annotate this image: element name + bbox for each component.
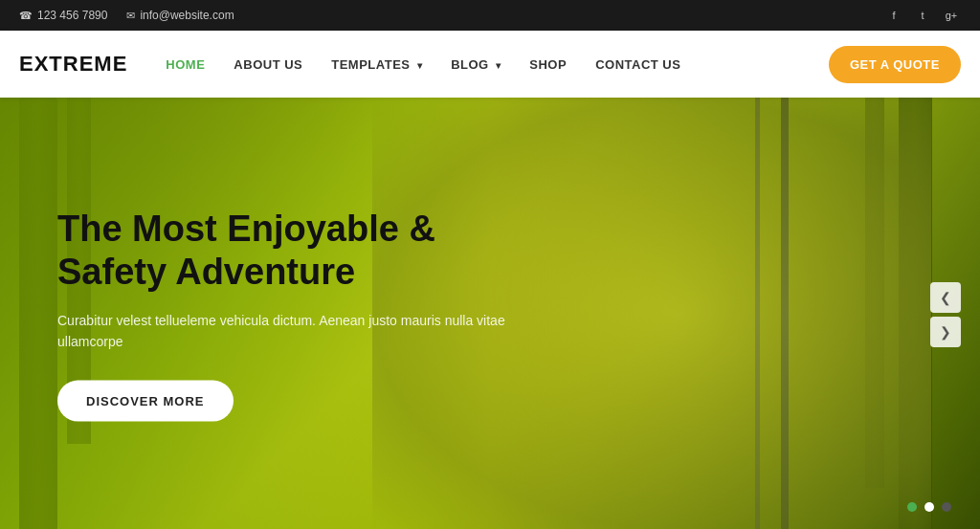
top-bar: ☎ 123 456 7890 ✉ info@website.com f t g+	[0, 0, 980, 31]
nav-links: HOME ABOUT US TEMPLATES ▾ BLOG ▾ SHOP CO…	[166, 57, 829, 72]
nav-templates[interactable]: TEMPLATES ▾	[331, 57, 422, 72]
slide-dot-2[interactable]	[924, 502, 934, 512]
hero-section: The Most Enjoyable & Safety Adventure Cu…	[0, 98, 980, 529]
site-logo[interactable]: EXTREME	[19, 52, 127, 77]
email-icon: ✉	[126, 10, 135, 22]
nav-shop[interactable]: SHOP	[529, 57, 567, 72]
slider-arrows: ❮ ❯	[930, 282, 961, 347]
next-chevron-icon: ❯	[940, 324, 951, 340]
twitter-icon[interactable]: t	[913, 6, 932, 25]
phone-number: 123 456 7890	[37, 9, 107, 22]
navbar: EXTREME HOME ABOUT US TEMPLATES ▾ BLOG ▾…	[0, 31, 980, 98]
phone-contact: ☎ 123 456 7890	[19, 9, 107, 22]
discover-more-button[interactable]: DISCOVER MORE	[57, 381, 234, 422]
nav-blog[interactable]: BLOG ▾	[451, 57, 501, 72]
top-bar-contacts: ☎ 123 456 7890 ✉ info@website.com	[19, 9, 234, 22]
get-quote-button[interactable]: GET A QUOTE	[829, 46, 961, 83]
facebook-icon[interactable]: f	[884, 6, 903, 25]
templates-chevron: ▾	[417, 60, 423, 71]
phone-icon: ☎	[19, 10, 33, 22]
hero-subtitle: Curabitur velest tellueleme vehicula dic…	[57, 309, 517, 352]
hero-title: The Most Enjoyable & Safety Adventure	[57, 207, 517, 294]
slider-dots	[907, 502, 951, 512]
prev-chevron-icon: ❮	[940, 290, 951, 305]
email-address: info@website.com	[140, 9, 234, 22]
slide-dot-1[interactable]	[907, 502, 917, 512]
hero-title-highlight: Adventure	[175, 252, 355, 292]
slider-prev-button[interactable]: ❮	[930, 282, 961, 313]
googleplus-icon[interactable]: g+	[942, 6, 961, 25]
hero-title-line2: Safety	[57, 252, 175, 292]
hero-title-line1: The Most Enjoyable &	[57, 208, 435, 248]
hero-content: The Most Enjoyable & Safety Adventure Cu…	[57, 207, 517, 422]
blog-chevron: ▾	[496, 60, 501, 71]
email-contact: ✉ info@website.com	[126, 9, 234, 22]
slide-dot-3[interactable]	[942, 502, 951, 512]
nav-contact[interactable]: CONTACT US	[595, 57, 680, 72]
social-links: f t g+	[884, 6, 961, 25]
slider-next-button[interactable]: ❯	[930, 317, 961, 347]
nav-about[interactable]: ABOUT US	[234, 57, 302, 72]
nav-home[interactable]: HOME	[166, 57, 205, 72]
